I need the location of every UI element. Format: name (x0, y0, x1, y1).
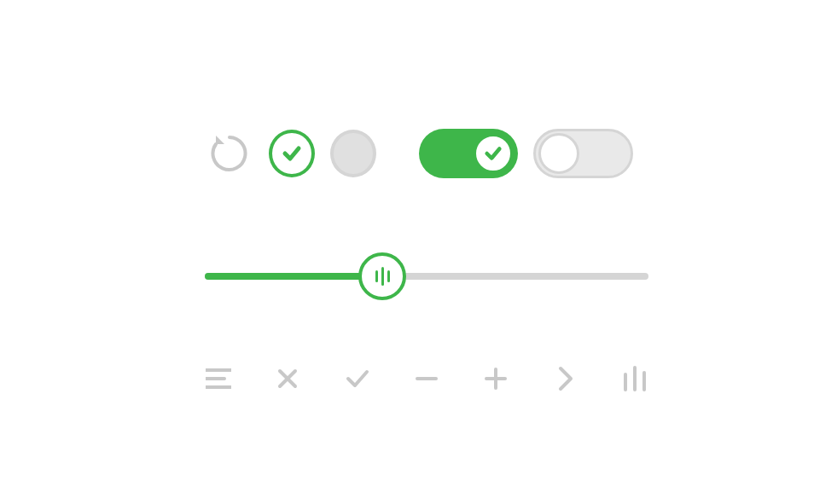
close-icon (277, 368, 298, 389)
toggle-knob (538, 133, 579, 174)
icons-row (205, 365, 648, 392)
ui-kit-panel (205, 128, 648, 392)
slider-row (205, 273, 648, 280)
check-icon (282, 143, 302, 164)
plus-button[interactable] (482, 365, 509, 392)
check-icon (346, 368, 369, 389)
close-button[interactable] (274, 365, 301, 392)
slider-handle[interactable] (358, 252, 406, 300)
toggle-switch-on[interactable] (419, 129, 518, 178)
controls-row (205, 128, 648, 179)
plus-icon (485, 368, 507, 390)
check-circle-button[interactable] (269, 130, 315, 177)
minus-icon (416, 375, 438, 382)
check-icon (484, 144, 503, 163)
handle-bar-icon (381, 267, 384, 286)
handle-bar-icon (375, 270, 378, 282)
refresh-icon (208, 132, 251, 175)
slider[interactable] (205, 273, 648, 280)
toggle-switch-off[interactable] (533, 129, 633, 178)
next-button[interactable] (552, 365, 579, 392)
radio-circle-button[interactable] (330, 130, 376, 177)
menu-button[interactable] (205, 365, 232, 392)
refresh-button[interactable] (205, 128, 253, 179)
chevron-right-icon (557, 366, 574, 391)
minus-button[interactable] (413, 365, 440, 392)
equalizer-icon (623, 366, 647, 391)
check-button[interactable] (344, 365, 371, 392)
equalizer-button[interactable] (621, 365, 648, 392)
menu-icon (206, 368, 231, 390)
handle-bar-icon (387, 270, 390, 282)
slider-fill (205, 273, 382, 280)
toggle-knob (473, 133, 514, 174)
